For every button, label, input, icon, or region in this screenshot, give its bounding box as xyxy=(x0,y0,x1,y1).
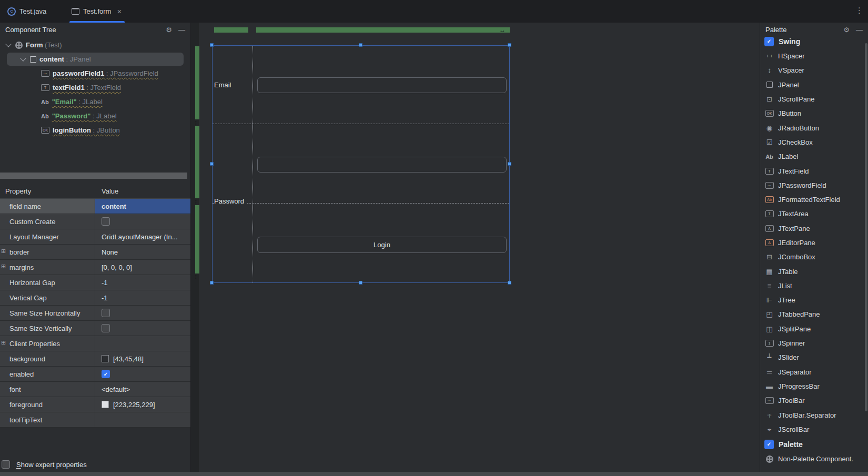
palette-item-hspacer[interactable]: I··IHSpacer xyxy=(760,49,865,63)
tree-row-loginbutton[interactable]: OKloginButton : JButton xyxy=(0,123,190,137)
row-header-bar-2[interactable] xyxy=(195,126,199,198)
property-value-cell[interactable]: <default> xyxy=(95,382,190,397)
tree-row-textfield1[interactable]: TtextField1 : JTextField xyxy=(0,80,190,95)
palette-item-jprogressbar[interactable]: ▬JProgressBar xyxy=(760,379,865,393)
resize-handle-bottom-left[interactable] xyxy=(210,281,214,285)
expand-icon[interactable]: ⊞ xyxy=(1,340,6,346)
palette-item-jtextpane[interactable]: AJTextPane xyxy=(760,221,865,236)
palette-item-jbutton[interactable]: OKJButton xyxy=(760,106,865,120)
login-button[interactable]: Login xyxy=(257,237,507,253)
property-name-cell[interactable]: Same Size Vertically xyxy=(0,321,95,336)
gear-icon[interactable]: ⚙ xyxy=(166,26,172,33)
palette-item-nonpalettecomponent[interactable]: Non-Palette Component. xyxy=(760,452,865,466)
palette-group-palette[interactable]: ✓Palette xyxy=(760,437,865,452)
property-name-cell[interactable]: font xyxy=(0,382,95,397)
gear-icon[interactable]: ⚙ xyxy=(843,26,850,33)
palette-item-jlabel[interactable]: AbJLabel xyxy=(760,149,865,164)
column-header-bar-1[interactable] xyxy=(214,27,248,33)
tree-row-passwordfield1[interactable]: ···passwordField1 : JPasswordField xyxy=(0,66,190,80)
hide-panel-icon[interactable]: — xyxy=(178,26,185,33)
group-checkbox[interactable]: ✓ xyxy=(764,440,774,449)
v-resize-icon-1[interactable]: ↕ xyxy=(194,119,197,126)
property-value-cell[interactable]: content xyxy=(95,199,190,214)
palette-item-jformattedtextfield[interactable]: AbJFormattedTextField xyxy=(760,193,865,207)
resize-handle-top-center[interactable] xyxy=(359,43,362,47)
row-header-bar-1[interactable] xyxy=(195,46,199,119)
palette-scrollbar[interactable] xyxy=(865,43,867,411)
form-designer-canvas[interactable]: ↔ ↕ ↕ ↕ Email Password Login xyxy=(191,23,760,472)
expand-icon[interactable]: ⊞ xyxy=(1,248,6,254)
v-resize-icon-3[interactable]: ↕ xyxy=(194,274,197,280)
property-name-cell[interactable]: toolTipText xyxy=(0,412,95,427)
palette-item-jlist[interactable]: ≡JList xyxy=(760,279,865,293)
color-swatch[interactable] xyxy=(102,355,109,362)
palette-item-jtoolbar[interactable]: ···JToolBar xyxy=(760,393,865,408)
resize-handle-mid-right[interactable] xyxy=(508,162,511,166)
palette-item-jtextarea[interactable]: TJTextArea xyxy=(760,207,865,221)
palette-item-jcombobox[interactable]: ⊟JComboBox xyxy=(760,250,865,264)
property-name-cell[interactable]: Custom Create xyxy=(0,214,95,229)
palette-item-jscrollpane[interactable]: ⊡JScrollPane xyxy=(760,92,865,106)
property-name-cell[interactable]: Horizontal Gap xyxy=(0,275,95,290)
property-value-cell[interactable]: [43,45,48] xyxy=(95,351,190,366)
palette-item-jsplitpane[interactable]: ◫JSplitPane xyxy=(760,322,865,336)
property-value-cell[interactable]: -1 xyxy=(95,275,190,290)
row-header-bar-3[interactable] xyxy=(195,205,199,274)
property-value-cell[interactable] xyxy=(95,214,190,229)
tab-test-form[interactable]: Test.form × xyxy=(72,0,122,23)
password-label[interactable]: Password xyxy=(214,197,246,206)
property-value-cell[interactable] xyxy=(95,336,190,351)
property-name-cell[interactable]: field name xyxy=(0,199,95,214)
resize-handle-bottom-center[interactable] xyxy=(359,281,362,285)
panel-splitter-bar[interactable] xyxy=(0,173,187,179)
tree-row-content[interactable]: content : JPanel xyxy=(0,52,190,66)
palette-item-jtable[interactable]: ▦JTable xyxy=(760,264,865,278)
palette-item-jcheckbox[interactable]: ☑JCheckBox xyxy=(760,135,865,149)
palette-item-jseparator[interactable]: ═JSeparator xyxy=(760,365,865,379)
show-expert-properties-checkbox[interactable] xyxy=(2,460,10,469)
email-label[interactable]: Email xyxy=(214,80,233,89)
password-field[interactable] xyxy=(257,157,507,173)
property-value-cell[interactable] xyxy=(95,321,190,336)
palette-item-jpanel[interactable]: JPanel xyxy=(760,78,865,92)
property-value-cell[interactable]: GridLayoutManager (In... xyxy=(95,229,190,244)
h-resize-icon[interactable]: ↔ xyxy=(499,27,506,33)
palette-item-jspinner[interactable]: 1JSpinner xyxy=(760,336,865,350)
property-name-cell[interactable]: ⊞margins xyxy=(0,260,95,275)
tree-row-email[interactable]: Ab"Email" : JLabel xyxy=(0,95,190,109)
property-name-cell[interactable]: ⊞Client Properties xyxy=(0,336,95,351)
property-name-cell[interactable]: enabled xyxy=(0,367,95,381)
email-text-field[interactable] xyxy=(257,77,507,93)
property-name-cell[interactable]: ⊞border xyxy=(0,245,95,259)
tree-row-form[interactable]: Form (Test) xyxy=(0,38,190,52)
expand-icon[interactable]: ⊞ xyxy=(1,264,6,269)
property-name-cell[interactable]: foreground xyxy=(0,397,95,412)
palette-item-jtree[interactable]: ⊩JTree xyxy=(760,293,865,307)
resize-handle-top-left[interactable] xyxy=(210,43,214,47)
kebab-menu-icon[interactable]: ⋮ xyxy=(855,6,863,15)
property-value-cell[interactable]: -1 xyxy=(95,290,190,305)
palette-item-jtabbedpane[interactable]: ◰JTabbedPane xyxy=(760,307,865,321)
v-resize-icon-2[interactable]: ↕ xyxy=(194,198,197,205)
palette-item-jtextfield[interactable]: TJTextField xyxy=(760,164,865,178)
property-name-cell[interactable]: Layout Manager xyxy=(0,229,95,244)
column-header-bar-2[interactable] xyxy=(256,27,510,33)
tab-test-java[interactable]: C Test.java xyxy=(7,0,46,23)
tree-row-password[interactable]: Ab"Password" : JLabel xyxy=(0,109,190,123)
value-checkbox[interactable] xyxy=(102,217,110,226)
resize-handle-mid-left[interactable] xyxy=(210,162,214,166)
palette-item-vspacer[interactable]: ↨VSpacer xyxy=(760,63,865,77)
value-checkbox[interactable] xyxy=(102,309,110,317)
color-swatch[interactable] xyxy=(102,401,109,408)
palette-item-jeditorpane[interactable]: AJEditorPane xyxy=(760,236,865,250)
property-value-cell[interactable]: [0, 0, 0, 0] xyxy=(95,260,190,275)
resize-handle-top-right[interactable] xyxy=(508,43,511,47)
palette-item-jpasswordfield[interactable]: ···JPasswordField xyxy=(760,178,865,193)
palette-item-jradiobutton[interactable]: ◉JRadioButton xyxy=(760,120,865,135)
palette-item-jslider[interactable]: ┷JSlider xyxy=(760,350,865,364)
property-name-cell[interactable]: background xyxy=(0,351,95,366)
hide-panel-icon[interactable]: — xyxy=(856,26,863,33)
property-value-cell[interactable] xyxy=(95,306,190,320)
palette-item-jtoolbarseparator[interactable]: ▫|▫JToolBar.Separator xyxy=(760,408,865,422)
property-name-cell[interactable]: Vertical Gap xyxy=(0,290,95,305)
